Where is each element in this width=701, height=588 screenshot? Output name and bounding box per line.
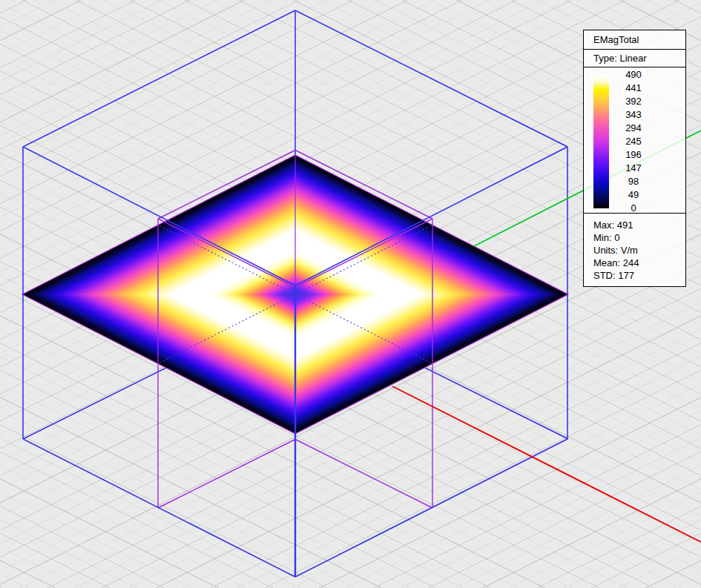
tick-label: 147	[611, 162, 656, 175]
tick-label: 490	[611, 68, 656, 82]
tick-label: 343	[611, 108, 656, 122]
tick-label: 392	[611, 95, 656, 108]
tick-label: 98	[611, 175, 656, 188]
tick-label: 49	[611, 188, 656, 202]
tick-label: 294	[611, 122, 656, 135]
tick-label: 196	[611, 148, 656, 162]
legend-statistics: Max: 491 Min: 0 Units: V/m Mean: 244 STD…	[584, 214, 685, 286]
tick-label: 0	[611, 202, 656, 215]
x-axis-line	[392, 386, 701, 542]
stat-units: Units: V/m	[593, 244, 685, 257]
field-legend: EMagTotal Type: Linear 490 441 392 343 2…	[583, 30, 686, 287]
3d-field-viewport[interactable]: EMagTotal Type: Linear 490 441 392 343 2…	[0, 0, 701, 588]
stat-mean: Mean: 244	[593, 257, 685, 269]
legend-title: EMagTotal	[584, 30, 685, 50]
stat-max: Max: 491	[593, 219, 685, 231]
tick-label: 245	[611, 135, 656, 148]
colorbar	[593, 75, 609, 208]
tick-label: 441	[611, 82, 656, 95]
colorbar-tick-labels: 490 441 392 343 294 245 196 147 98 49 0	[611, 68, 656, 215]
legend-scale-type: Type: Linear	[584, 50, 685, 67]
stat-std: STD: 177	[593, 269, 685, 282]
legend-color-scale: 490 441 392 343 294 245 196 147 98 49 0	[584, 67, 685, 214]
stat-min: Min: 0	[593, 231, 685, 244]
